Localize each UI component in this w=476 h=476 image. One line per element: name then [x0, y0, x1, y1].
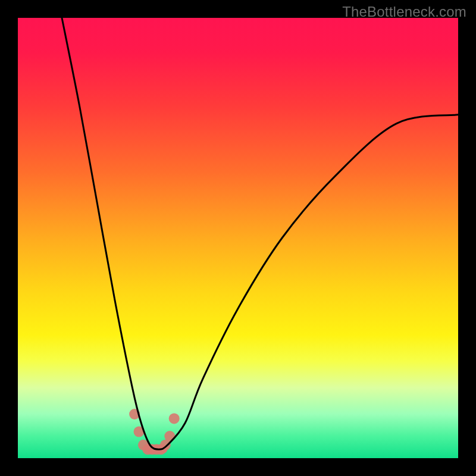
accent-band [129, 409, 180, 455]
chart-frame: TheBottleneck.com [0, 0, 476, 476]
accent-dot [169, 413, 180, 424]
bottleneck-curve [62, 18, 458, 449]
curve-layer [18, 18, 458, 458]
plot-area [18, 18, 458, 458]
